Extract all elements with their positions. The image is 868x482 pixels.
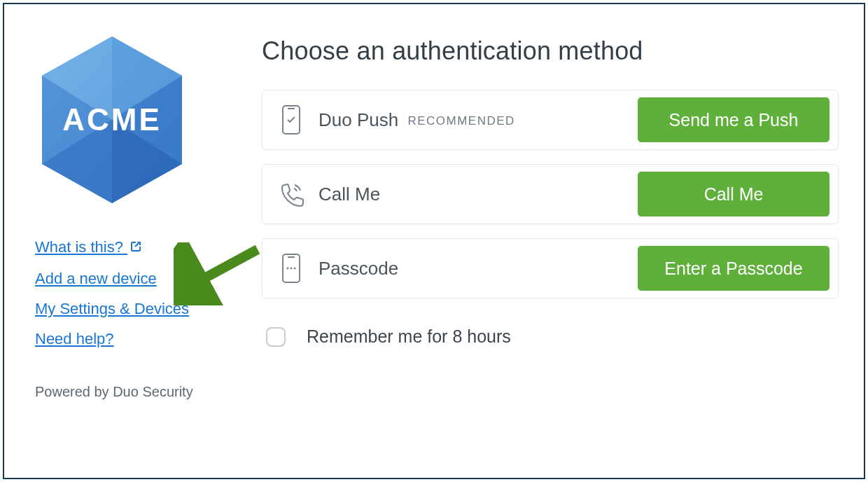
enter-passcode-button[interactable]: Enter a Passcode [638, 246, 830, 291]
add-new-device-link[interactable]: Add a new device [35, 267, 157, 290]
settings-devices-link[interactable]: My Settings & Devices [35, 297, 189, 320]
method-row-passcode: Passcode Enter a Passcode [262, 238, 839, 298]
brand-logo: ACME [35, 32, 189, 207]
method-row-call: Call Me Call Me [262, 164, 839, 224]
svg-point-13 [294, 268, 296, 270]
external-link-icon [129, 237, 143, 260]
call-me-button[interactable]: Call Me [638, 172, 830, 216]
phone-ring-icon [278, 181, 304, 207]
method-label-text: Duo Push [318, 109, 398, 130]
svg-point-11 [287, 268, 289, 270]
remember-row: Remember me for 8 hours [262, 326, 839, 347]
method-label: Duo Push RECOMMENDED [318, 109, 638, 131]
sidebar-links: What is this? Add a new device My Settin… [35, 235, 231, 350]
recommended-badge: RECOMMENDED [407, 114, 514, 128]
send-push-button[interactable]: Send me a Push [638, 97, 830, 142]
phone-check-icon [278, 104, 304, 135]
main-panel: Choose an authentication method Duo Push… [231, 32, 839, 457]
sidebar: ACME What is this? Add a new device My S… [35, 32, 231, 457]
page-title: Choose an authentication method [262, 36, 839, 66]
need-help-link[interactable]: Need help? [35, 327, 114, 350]
what-is-this-link[interactable]: What is this? [35, 235, 143, 260]
remember-checkbox[interactable] [266, 327, 286, 347]
phone-code-icon [278, 253, 304, 284]
method-label: Passcode [318, 258, 638, 280]
method-label: Call Me [318, 184, 638, 205]
link-label: What is this? [35, 238, 123, 256]
auth-frame: ACME What is this? Add a new device My S… [3, 3, 865, 479]
remember-label: Remember me for 8 hours [307, 326, 511, 347]
brand-text: ACME [62, 102, 162, 137]
method-row-push: Duo Push RECOMMENDED Send me a Push [262, 90, 839, 150]
svg-point-12 [290, 268, 293, 270]
powered-by-text: Powered by Duo Security [35, 384, 231, 400]
